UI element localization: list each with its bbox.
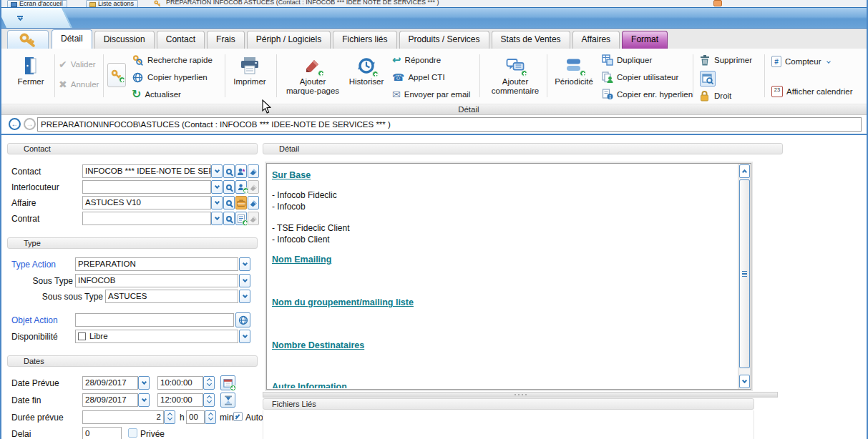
heure-debut-field[interactable]: 10:00:00 bbox=[157, 376, 203, 390]
historiser-button[interactable]: Historiser bbox=[345, 51, 388, 102]
contrat-clear-button[interactable] bbox=[248, 212, 259, 225]
disponibilite-field[interactable]: Libre bbox=[75, 330, 238, 343]
calendar-search-button[interactable] bbox=[700, 71, 716, 87]
appel-cti-button[interactable]: ☎ Appel CTI bbox=[392, 70, 445, 84]
tab-discussion[interactable]: Discussion bbox=[94, 31, 155, 49]
key-plus-button[interactable] bbox=[107, 63, 126, 87]
calendar-search-icon bbox=[702, 73, 713, 84]
contact-card-button[interactable] bbox=[235, 164, 247, 178]
heure-debut-spinner[interactable] bbox=[203, 376, 215, 390]
detail-heading[interactable]: Nom du groupement/mailing liste bbox=[272, 297, 414, 307]
privee-checkbox[interactable] bbox=[128, 428, 137, 438]
collapse-panel-icon[interactable] bbox=[16, 14, 24, 22]
tab-affaires[interactable]: Affaires bbox=[572, 31, 620, 49]
interlocuteur-clear-button[interactable] bbox=[248, 180, 259, 194]
envoyer-par-email-button[interactable]: ✉ Envoyer par email bbox=[392, 87, 470, 102]
affaire-briefcase-button[interactable] bbox=[235, 196, 247, 209]
tab-format[interactable]: Format bbox=[622, 31, 668, 49]
interlocuteur-field[interactable] bbox=[82, 180, 211, 194]
droit-button[interactable]: Droit bbox=[698, 89, 731, 103]
objet-action-web-button[interactable] bbox=[235, 312, 250, 327]
contrat-field[interactable] bbox=[82, 212, 211, 225]
compteur-button[interactable]: # Compteur bbox=[771, 54, 830, 69]
sous-type-dropdown-button[interactable] bbox=[239, 274, 250, 287]
auto-checkbox[interactable] bbox=[233, 412, 243, 421]
scroll-up-button[interactable] bbox=[739, 164, 750, 178]
affaire-search-button[interactable] bbox=[223, 196, 235, 209]
back-button[interactable]: ← bbox=[9, 118, 21, 130]
date-fin-field[interactable]: 28/09/2017 bbox=[82, 393, 138, 407]
detail-scrollbar[interactable] bbox=[738, 164, 751, 389]
duree-min-spinner[interactable] bbox=[205, 410, 216, 424]
window-tab-ecran-accueil[interactable]: Ecran d'accueil bbox=[7, 0, 67, 7]
date-prevue-field[interactable]: 28/09/2017 bbox=[82, 376, 138, 390]
window-tab-liste-actions[interactable]: Liste actions bbox=[86, 0, 138, 7]
tab-produits-services[interactable]: Produits / Services bbox=[399, 31, 489, 49]
scroll-thumb[interactable] bbox=[739, 179, 750, 368]
dupliquer-button[interactable]: Dupliquer bbox=[601, 53, 652, 67]
date-fin-dropdown-button[interactable] bbox=[138, 393, 150, 407]
contrat-dropdown-button[interactable] bbox=[211, 212, 223, 225]
panel-splitter[interactable] bbox=[263, 392, 778, 398]
periodicite-button[interactable]: Périodicité bbox=[551, 51, 597, 102]
interlocuteur-dropdown-button[interactable] bbox=[211, 180, 223, 194]
annuler-button[interactable]: ✖ Annuler bbox=[59, 77, 99, 92]
actualiser-button[interactable]: ↻ Actualiser bbox=[132, 87, 181, 102]
sous-sous-type-dropdown-button[interactable] bbox=[239, 290, 250, 303]
fermer-button[interactable]: Fermer bbox=[10, 51, 52, 102]
type-action-dropdown-button[interactable] bbox=[239, 257, 250, 271]
sous-sous-type-field[interactable]: ASTUCES bbox=[105, 290, 238, 303]
tab-contact[interactable]: Contact bbox=[157, 31, 205, 49]
heure-fin-spinner[interactable] bbox=[203, 393, 215, 407]
ajouter-commentaire-button[interactable]: Ajouter commentaire bbox=[485, 51, 545, 102]
detail-heading[interactable]: Nom Emailing bbox=[272, 255, 331, 265]
copier-hyperlien-button[interactable]: Copier hyperlien bbox=[132, 70, 208, 84]
interlocuteur-add-button[interactable] bbox=[235, 180, 247, 194]
sous-type-field[interactable]: INFOCOB bbox=[75, 274, 238, 287]
tab-periph-logiciels[interactable]: Périph / Logiciels bbox=[247, 31, 331, 49]
tab-frais[interactable]: Frais bbox=[207, 31, 245, 49]
type-action-field[interactable]: PREPARATION bbox=[75, 257, 238, 271]
detail-editor[interactable] bbox=[266, 163, 751, 390]
affaire-clear-button[interactable] bbox=[248, 196, 259, 209]
detail-heading[interactable]: Nombre Destinataires bbox=[272, 340, 364, 350]
libre-checkbox[interactable] bbox=[78, 332, 86, 340]
forward-button[interactable]: → bbox=[24, 118, 36, 130]
afficher-calendrier-button[interactable]: 23 Afficher calendrier bbox=[771, 84, 852, 99]
duree-h-spinner[interactable] bbox=[164, 410, 175, 424]
scroll-down-button[interactable] bbox=[739, 375, 750, 388]
contrat-add-button[interactable] bbox=[235, 212, 247, 225]
contrat-search-button[interactable] bbox=[223, 212, 235, 225]
valider-button[interactable]: ✔ Valider bbox=[59, 57, 96, 71]
tab-key[interactable] bbox=[7, 30, 49, 49]
hourglass-button[interactable] bbox=[220, 393, 235, 408]
tab-detail[interactable]: Détail bbox=[52, 29, 92, 49]
affaire-dropdown-button[interactable] bbox=[211, 196, 223, 209]
date-prevue-dropdown-button[interactable] bbox=[138, 376, 150, 390]
date-validation-button[interactable] bbox=[220, 375, 235, 390]
duree-h-field[interactable]: 2 bbox=[82, 410, 164, 424]
recherche-rapide-button[interactable]: Recherche rapide bbox=[132, 53, 213, 67]
tab-fichiers-lies[interactable]: Fichiers liés bbox=[333, 31, 396, 49]
disponibilite-dropdown-button[interactable] bbox=[239, 330, 250, 343]
contact-dropdown-button[interactable] bbox=[211, 164, 223, 178]
affaire-field[interactable]: ASTUCES V10 bbox=[82, 196, 211, 209]
interlocuteur-search-button[interactable] bbox=[223, 180, 235, 194]
window-misc-icon[interactable] bbox=[713, 0, 722, 6]
copier-utilisateur-button[interactable]: Copier utilisateur bbox=[601, 70, 678, 84]
contact-field[interactable]: INFOCOB *** IDEE-NOTE DE SERVICES *** bbox=[82, 164, 211, 178]
imprimer-button[interactable]: Imprimer bbox=[229, 51, 270, 102]
delai-field[interactable]: 0 bbox=[82, 427, 122, 439]
ajouter-marque-pages-button[interactable]: Ajouter marque-pages bbox=[283, 51, 342, 102]
contact-search-button[interactable] bbox=[223, 164, 235, 178]
contact-clear-button[interactable] bbox=[248, 164, 259, 178]
duree-min-field[interactable]: 00 bbox=[186, 410, 205, 424]
detail-heading[interactable]: Sur Base bbox=[272, 170, 311, 180]
detail-heading[interactable]: Autre Information bbox=[272, 382, 347, 392]
objet-action-field[interactable] bbox=[75, 313, 234, 327]
tab-stats-ventes[interactable]: Stats de Ventes bbox=[492, 31, 570, 49]
copier-enr-hyperlien-button[interactable]: Copier enr. hyperlien bbox=[601, 87, 693, 102]
supprimer-button[interactable]: Supprimer bbox=[698, 53, 752, 67]
repondre-button[interactable]: ↩ Répondre bbox=[392, 53, 441, 67]
heure-fin-field[interactable]: 12:00:00 bbox=[157, 393, 203, 407]
